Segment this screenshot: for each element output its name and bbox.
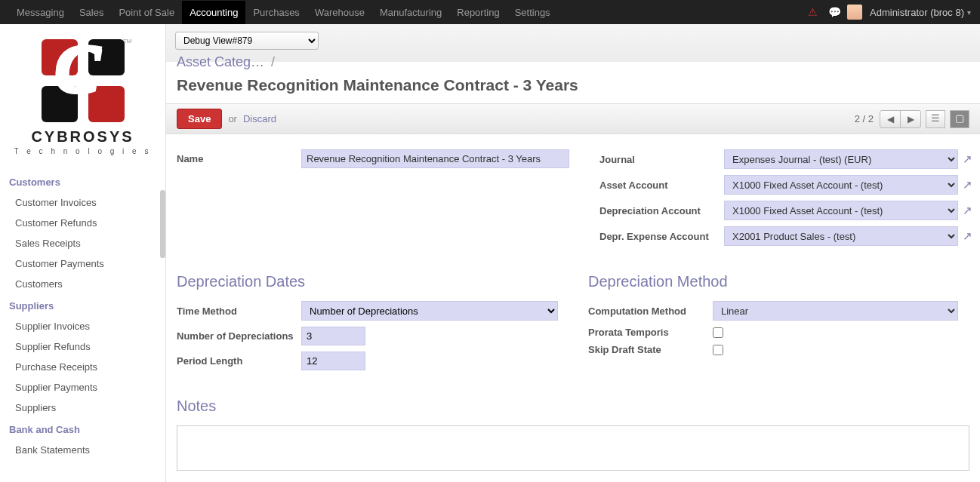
journal-select[interactable]: Expenses Journal - (test) (EUR): [724, 149, 958, 169]
form-sheet: Name Journal Expenses Journal - (test) (…: [166, 134, 980, 482]
external-link-icon[interactable]: ↗: [963, 152, 972, 166]
nav-warehouse[interactable]: Warehouse: [307, 1, 372, 24]
pager-next-button[interactable]: ▶: [900, 110, 921, 128]
depr-expense-label: Depr. Expense Account: [599, 231, 724, 242]
main-content: Debug View#879 Asset Categ… / Revenue Re…: [166, 24, 980, 482]
nav-manufacturing[interactable]: Manufacturing: [372, 1, 449, 24]
notes-textarea[interactable]: [177, 425, 969, 471]
num-depr-label: Number of Depreciations: [177, 330, 301, 342]
side-item-customer-payments[interactable]: Customer Payments: [0, 253, 165, 274]
depr-expense-select[interactable]: X2001 Product Sales - (test): [724, 226, 958, 246]
sidebar: TM C CYBROSYS T e c h n o l o g i e s Cu…: [0, 24, 166, 482]
side-item-customer-refunds[interactable]: Customer Refunds: [0, 213, 165, 233]
depr-account-label: Depreciation Account: [599, 205, 724, 216]
period-length-label: Period Length: [177, 355, 301, 367]
side-item-supplier-invoices[interactable]: Supplier Invoices: [0, 316, 165, 336]
nav-purchases[interactable]: Purchases: [245, 1, 307, 24]
breadcrumb: Asset Categ… /: [166, 51, 980, 70]
side-item-customer-invoices[interactable]: Customer Invoices: [0, 192, 165, 213]
scrollbar-thumb[interactable]: [160, 190, 165, 258]
logo: TM C CYBROSYS T e c h n o l o g i e s: [0, 32, 165, 170]
side-item-bank-statements[interactable]: Bank Statements: [0, 440, 165, 460]
pager-prev-button[interactable]: ◀: [880, 110, 901, 128]
external-link-icon[interactable]: ↗: [963, 229, 972, 243]
time-method-select[interactable]: Number of Depreciations: [301, 301, 558, 321]
side-item-supplier-refunds[interactable]: Supplier Refunds: [0, 336, 165, 357]
depr-account-select[interactable]: X1000 Fixed Asset Account - (test): [724, 201, 958, 220]
prorata-label: Prorata Temporis: [588, 327, 713, 338]
name-input[interactable]: [301, 149, 569, 168]
external-link-icon[interactable]: ↗: [963, 204, 972, 217]
depreciation-method-heading: Depreciation Method: [588, 273, 969, 290]
nav-reporting[interactable]: Reporting: [449, 1, 507, 24]
caret-down-icon: ▾: [967, 8, 971, 17]
debug-view-select[interactable]: Debug View#879: [175, 32, 319, 50]
skip-draft-checkbox[interactable]: [713, 345, 723, 355]
side-section-bank-and-cash: Bank and Cash: [0, 418, 165, 440]
notes-heading: Notes: [177, 398, 969, 415]
comp-method-label: Computation Method: [588, 305, 713, 317]
chat-icon[interactable]: 💬: [828, 6, 841, 18]
form-view-button[interactable]: ▢: [950, 110, 969, 128]
avatar[interactable]: [847, 5, 862, 20]
asset-account-label: Asset Account: [599, 180, 724, 191]
name-label: Name: [177, 153, 301, 164]
page-title: Revenue Recognition Maintenance Contract…: [166, 70, 980, 103]
side-section-customers: Customers: [0, 170, 165, 192]
side-item-suppliers[interactable]: Suppliers: [0, 398, 165, 418]
nav-settings[interactable]: Settings: [507, 1, 558, 24]
journal-label: Journal: [599, 154, 724, 165]
discard-link[interactable]: Discard: [243, 113, 276, 124]
side-item-sales-receipts[interactable]: Sales Receipts: [0, 233, 165, 253]
nav-accounting[interactable]: Accounting: [182, 1, 245, 24]
user-menu[interactable]: Administrator (broc 8): [870, 7, 964, 18]
nav-messaging[interactable]: Messaging: [9, 1, 72, 24]
num-depr-input[interactable]: [301, 327, 365, 345]
side-item-customers[interactable]: Customers: [0, 274, 165, 294]
comp-method-select[interactable]: Linear: [713, 301, 958, 321]
top-nav: MessagingSalesPoint of SaleAccountingPur…: [0, 0, 980, 24]
toolbar: Save or Discard 2 / 2 ◀▶ ☰▢: [166, 103, 980, 134]
side-section-suppliers: Suppliers: [0, 294, 165, 316]
skip-draft-label: Skip Draft State: [588, 344, 713, 355]
list-view-button[interactable]: ☰: [926, 110, 945, 128]
prorata-checkbox[interactable]: [713, 327, 723, 338]
period-length-input[interactable]: [301, 352, 365, 370]
asset-account-select[interactable]: X1000 Fixed Asset Account - (test): [724, 175, 958, 195]
side-item-supplier-payments[interactable]: Supplier Payments: [0, 377, 165, 398]
external-link-icon[interactable]: ↗: [963, 178, 972, 192]
pager-count: 2 / 2: [855, 113, 874, 124]
time-method-label: Time Method: [177, 305, 301, 317]
breadcrumb-parent[interactable]: Asset Categ…: [177, 54, 264, 69]
nav-sales[interactable]: Sales: [72, 1, 112, 24]
side-item-purchase-receipts[interactable]: Purchase Receipts: [0, 357, 165, 377]
nav-point-of-sale[interactable]: Point of Sale: [111, 1, 182, 24]
save-button[interactable]: Save: [177, 109, 222, 129]
or-text: or: [228, 113, 237, 124]
alert-icon[interactable]: ⚠: [808, 6, 818, 18]
depreciation-dates-heading: Depreciation Dates: [177, 273, 558, 290]
